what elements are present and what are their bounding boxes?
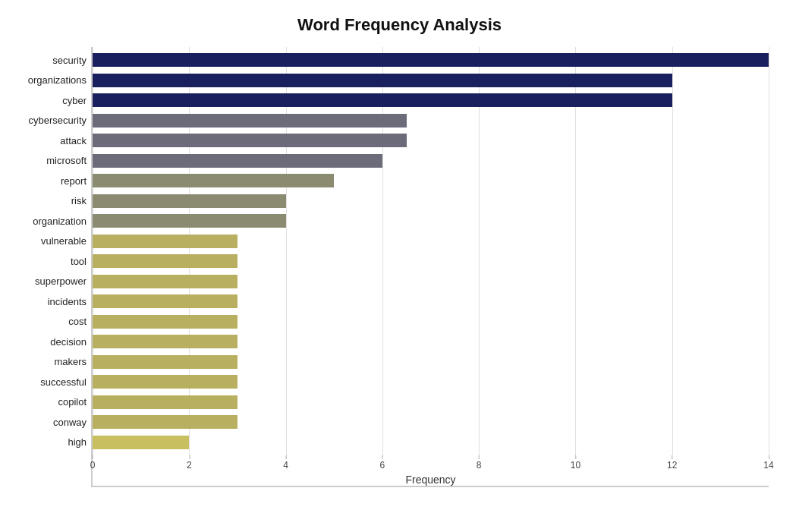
bar bbox=[93, 415, 237, 429]
bar bbox=[93, 93, 672, 107]
gridline bbox=[769, 47, 769, 455]
bar-row: organization bbox=[93, 212, 769, 229]
bar-row: conway bbox=[93, 414, 769, 430]
bar bbox=[93, 315, 237, 329]
bar-row: successful bbox=[93, 373, 769, 390]
bar-label: organization bbox=[3, 216, 87, 227]
x-tick-label: 2 bbox=[187, 460, 192, 471]
bar-row: organizations bbox=[93, 72, 769, 89]
bar-row: attack bbox=[93, 132, 769, 149]
bar-label: organizations bbox=[3, 74, 87, 86]
bar bbox=[93, 294, 237, 308]
x-tick-label: 6 bbox=[380, 460, 385, 471]
chart-container: Word Frequency Analysis securityorganiza… bbox=[0, 0, 799, 532]
x-tick-label: 14 bbox=[763, 460, 773, 471]
chart-area: securityorganizationscybercybersecuritya… bbox=[91, 47, 769, 487]
bar bbox=[93, 235, 237, 248]
bar-row: vulnerable bbox=[93, 233, 769, 250]
bar bbox=[93, 154, 382, 168]
bar-row: incidents bbox=[93, 293, 769, 310]
bar-label: cost bbox=[3, 316, 87, 327]
bar bbox=[93, 355, 237, 369]
x-tick-label: 10 bbox=[571, 460, 580, 471]
bar-label: cyber bbox=[3, 95, 87, 106]
bar bbox=[93, 436, 189, 449]
bar-label: decision bbox=[3, 336, 87, 348]
bar-row: security bbox=[93, 52, 769, 68]
bar-row: superpower bbox=[93, 273, 769, 290]
bar bbox=[93, 194, 286, 208]
bar-label: successful bbox=[3, 376, 87, 388]
bar-label: makers bbox=[3, 356, 87, 367]
x-axis: 02468101214Frequency bbox=[93, 455, 769, 486]
bars-wrapper: securityorganizationscybercybersecuritya… bbox=[93, 47, 769, 455]
bar-label: tool bbox=[3, 256, 87, 267]
bar bbox=[93, 275, 237, 288]
bar bbox=[93, 114, 407, 127]
bar-label: risk bbox=[3, 195, 87, 206]
bar bbox=[93, 254, 237, 268]
bar-row: risk bbox=[93, 193, 769, 209]
bar-row: report bbox=[93, 172, 769, 189]
bar bbox=[93, 335, 237, 348]
bar-row: tool bbox=[93, 253, 769, 269]
bar-label: vulnerable bbox=[3, 235, 87, 247]
bar bbox=[93, 53, 769, 67]
bar-label: incidents bbox=[3, 296, 87, 307]
bar-label: conway bbox=[3, 417, 87, 428]
bar bbox=[93, 174, 334, 187]
bar-row: microsoft bbox=[93, 153, 769, 169]
bar bbox=[93, 74, 672, 87]
bar-label: report bbox=[3, 175, 87, 187]
bar bbox=[93, 134, 407, 147]
bar-label: attack bbox=[3, 135, 87, 146]
bar-label: cybersecurity bbox=[3, 115, 87, 126]
x-tick-label: 8 bbox=[477, 460, 482, 471]
bar-label: superpower bbox=[3, 275, 87, 287]
bar-row: copilot bbox=[93, 394, 769, 411]
bar-row: decision bbox=[93, 333, 769, 350]
bar bbox=[93, 375, 237, 389]
bar-row: cybersecurity bbox=[93, 112, 769, 129]
x-tick-label: 0 bbox=[90, 460, 96, 471]
x-tick-label: 12 bbox=[667, 460, 677, 471]
chart-title: Word Frequency Analysis bbox=[30, 15, 769, 35]
bar-row: cyber bbox=[93, 92, 769, 109]
bar bbox=[93, 395, 237, 409]
bar-label: high bbox=[3, 436, 87, 448]
bar-label: copilot bbox=[3, 396, 87, 408]
bar-label: security bbox=[3, 55, 87, 66]
x-tick-label: 4 bbox=[283, 460, 288, 471]
bar-row: high bbox=[93, 434, 769, 451]
bar bbox=[93, 214, 286, 228]
x-axis-label: Frequency bbox=[405, 474, 455, 486]
bar-label: microsoft bbox=[3, 155, 87, 166]
bar-row: cost bbox=[93, 313, 769, 330]
bar-row: makers bbox=[93, 354, 769, 370]
